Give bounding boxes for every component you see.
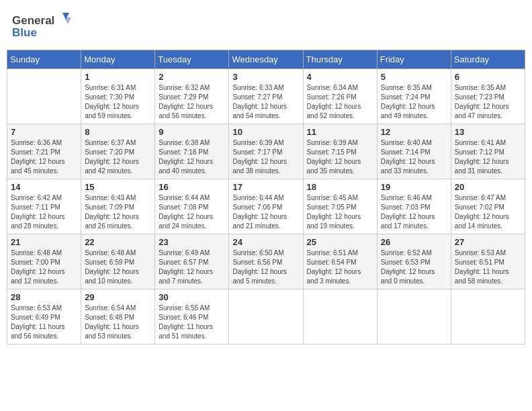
day-info: Sunrise: 6:39 AMSunset: 7:17 PMDaylight:…: [232, 138, 299, 176]
day-info: Sunrise: 6:42 AMSunset: 7:11 PMDaylight:…: [11, 193, 77, 231]
calendar-body: 1Sunrise: 6:31 AMSunset: 7:30 PMDaylight…: [7, 69, 525, 345]
calendar-day-cell: 10Sunrise: 6:39 AMSunset: 7:17 PMDayligh…: [229, 124, 303, 179]
calendar-day-cell: 12Sunrise: 6:40 AMSunset: 7:14 PMDayligh…: [377, 124, 451, 179]
day-info: Sunrise: 6:46 AMSunset: 7:03 PMDaylight:…: [381, 193, 447, 231]
svg-text:General: General: [12, 14, 54, 27]
day-info: Sunrise: 6:48 AMSunset: 7:00 PMDaylight:…: [11, 248, 77, 286]
day-info: Sunrise: 6:45 AMSunset: 7:05 PMDaylight:…: [307, 193, 373, 231]
day-number: 29: [85, 292, 151, 302]
calendar-day-cell: 25Sunrise: 6:51 AMSunset: 6:54 PMDayligh…: [303, 234, 377, 289]
day-info: Sunrise: 6:44 AMSunset: 7:08 PMDaylight:…: [159, 193, 225, 231]
logo: General Blue: [12, 9, 73, 43]
day-info: Sunrise: 6:39 AMSunset: 7:15 PMDaylight:…: [307, 138, 373, 176]
day-info: Sunrise: 6:35 AMSunset: 7:23 PMDaylight:…: [455, 83, 521, 121]
calendar-day-cell: [229, 289, 303, 345]
calendar-day-cell: 7Sunrise: 6:36 AMSunset: 7:21 PMDaylight…: [7, 124, 81, 179]
calendar-day-cell: 1Sunrise: 6:31 AMSunset: 7:30 PMDaylight…: [81, 69, 155, 124]
calendar-day-cell: 18Sunrise: 6:45 AMSunset: 7:05 PMDayligh…: [303, 179, 377, 234]
day-number: 9: [159, 127, 225, 137]
calendar-day-cell: [451, 289, 525, 345]
day-number: 7: [11, 127, 77, 137]
calendar-day-cell: 16Sunrise: 6:44 AMSunset: 7:08 PMDayligh…: [155, 179, 229, 234]
calendar-day-cell: 28Sunrise: 6:53 AMSunset: 6:49 PMDayligh…: [7, 289, 81, 345]
day-info: Sunrise: 6:54 AMSunset: 6:48 PMDaylight:…: [85, 304, 151, 341]
day-number: 14: [11, 182, 77, 192]
day-info: Sunrise: 6:55 AMSunset: 6:46 PMDaylight:…: [159, 304, 225, 341]
day-info: Sunrise: 6:53 AMSunset: 6:49 PMDaylight:…: [11, 304, 77, 341]
day-number: 2: [159, 72, 225, 82]
day-number: 26: [381, 237, 447, 247]
calendar-day-cell: [7, 69, 81, 124]
day-info: Sunrise: 6:34 AMSunset: 7:26 PMDaylight:…: [307, 83, 373, 121]
day-number: 8: [85, 127, 151, 137]
day-info: Sunrise: 6:31 AMSunset: 7:30 PMDaylight:…: [85, 83, 151, 121]
day-number: 30: [159, 292, 225, 302]
calendar-day-cell: 23Sunrise: 6:49 AMSunset: 6:57 PMDayligh…: [155, 234, 229, 289]
day-number: 16: [159, 182, 225, 192]
calendar-day-cell: 2Sunrise: 6:32 AMSunset: 7:29 PMDaylight…: [155, 69, 229, 124]
calendar-day-cell: 13Sunrise: 6:41 AMSunset: 7:12 PMDayligh…: [451, 124, 525, 179]
calendar-day-cell: 27Sunrise: 6:53 AMSunset: 6:51 PMDayligh…: [451, 234, 525, 289]
logo-svg: General Blue: [12, 9, 73, 43]
calendar-day-cell: 6Sunrise: 6:35 AMSunset: 7:23 PMDaylight…: [451, 69, 525, 124]
day-info: Sunrise: 6:38 AMSunset: 7:18 PMDaylight:…: [159, 138, 225, 176]
day-number: 19: [381, 182, 447, 192]
day-info: Sunrise: 6:48 AMSunset: 6:59 PMDaylight:…: [85, 248, 151, 286]
day-number: 21: [11, 237, 77, 247]
day-info: Sunrise: 6:50 AMSunset: 6:56 PMDaylight:…: [232, 248, 299, 286]
calendar-day-cell: 30Sunrise: 6:55 AMSunset: 6:46 PMDayligh…: [155, 289, 229, 345]
day-info: Sunrise: 6:33 AMSunset: 7:27 PMDaylight:…: [232, 83, 299, 121]
calendar-day-cell: 5Sunrise: 6:35 AMSunset: 7:24 PMDaylight…: [377, 69, 451, 124]
weekday-header-cell: Tuesday: [155, 50, 229, 69]
day-number: 4: [307, 72, 373, 82]
weekday-header-row: SundayMondayTuesdayWednesdayThursdayFrid…: [7, 50, 525, 69]
calendar-day-cell: 14Sunrise: 6:42 AMSunset: 7:11 PMDayligh…: [7, 179, 81, 234]
day-info: Sunrise: 6:53 AMSunset: 6:51 PMDaylight:…: [455, 248, 521, 286]
calendar-day-cell: 19Sunrise: 6:46 AMSunset: 7:03 PMDayligh…: [377, 179, 451, 234]
calendar-day-cell: 22Sunrise: 6:48 AMSunset: 6:59 PMDayligh…: [81, 234, 155, 289]
weekday-header-cell: Wednesday: [229, 50, 303, 69]
day-info: Sunrise: 6:43 AMSunset: 7:09 PMDaylight:…: [85, 193, 151, 231]
svg-text:Blue: Blue: [12, 26, 37, 39]
weekday-header-cell: Monday: [81, 50, 155, 69]
calendar-day-cell: [377, 289, 451, 345]
day-number: 17: [232, 182, 299, 192]
day-info: Sunrise: 6:37 AMSunset: 7:20 PMDaylight:…: [85, 138, 151, 176]
weekday-header-cell: Saturday: [451, 50, 525, 69]
day-info: Sunrise: 6:41 AMSunset: 7:12 PMDaylight:…: [455, 138, 521, 176]
calendar-week-row: 7Sunrise: 6:36 AMSunset: 7:21 PMDaylight…: [7, 124, 525, 179]
day-number: 10: [232, 127, 299, 137]
day-number: 27: [455, 237, 521, 247]
day-info: Sunrise: 6:51 AMSunset: 6:54 PMDaylight:…: [307, 248, 373, 286]
day-info: Sunrise: 6:44 AMSunset: 7:06 PMDaylight:…: [232, 193, 299, 231]
day-info: Sunrise: 6:40 AMSunset: 7:14 PMDaylight:…: [381, 138, 447, 176]
weekday-header-cell: Thursday: [303, 50, 377, 69]
calendar-day-cell: 4Sunrise: 6:34 AMSunset: 7:26 PMDaylight…: [303, 69, 377, 124]
day-number: 22: [85, 237, 151, 247]
page-header: General Blue: [7, 7, 525, 46]
calendar-day-cell: 24Sunrise: 6:50 AMSunset: 6:56 PMDayligh…: [229, 234, 303, 289]
calendar-week-row: 28Sunrise: 6:53 AMSunset: 6:49 PMDayligh…: [7, 289, 525, 345]
weekday-header-cell: Sunday: [7, 50, 81, 69]
day-info: Sunrise: 6:52 AMSunset: 6:53 PMDaylight:…: [381, 248, 447, 286]
day-info: Sunrise: 6:36 AMSunset: 7:21 PMDaylight:…: [11, 138, 77, 176]
day-info: Sunrise: 6:35 AMSunset: 7:24 PMDaylight:…: [381, 83, 447, 121]
day-number: 13: [455, 127, 521, 137]
day-number: 24: [232, 237, 299, 247]
calendar-day-cell: 15Sunrise: 6:43 AMSunset: 7:09 PMDayligh…: [81, 179, 155, 234]
day-number: 25: [307, 237, 373, 247]
calendar-day-cell: 20Sunrise: 6:47 AMSunset: 7:02 PMDayligh…: [451, 179, 525, 234]
day-number: 3: [232, 72, 299, 82]
calendar-week-row: 14Sunrise: 6:42 AMSunset: 7:11 PMDayligh…: [7, 179, 525, 234]
calendar-day-cell: 8Sunrise: 6:37 AMSunset: 7:20 PMDaylight…: [81, 124, 155, 179]
calendar-day-cell: 9Sunrise: 6:38 AMSunset: 7:18 PMDaylight…: [155, 124, 229, 179]
day-number: 12: [381, 127, 447, 137]
day-number: 5: [381, 72, 447, 82]
day-number: 20: [455, 182, 521, 192]
day-number: 15: [85, 182, 151, 192]
calendar-table: SundayMondayTuesdayWednesdayThursdayFrid…: [7, 50, 525, 345]
calendar-day-cell: 26Sunrise: 6:52 AMSunset: 6:53 PMDayligh…: [377, 234, 451, 289]
calendar-week-row: 1Sunrise: 6:31 AMSunset: 7:30 PMDaylight…: [7, 69, 525, 124]
day-info: Sunrise: 6:47 AMSunset: 7:02 PMDaylight:…: [455, 193, 521, 231]
day-number: 1: [85, 72, 151, 82]
